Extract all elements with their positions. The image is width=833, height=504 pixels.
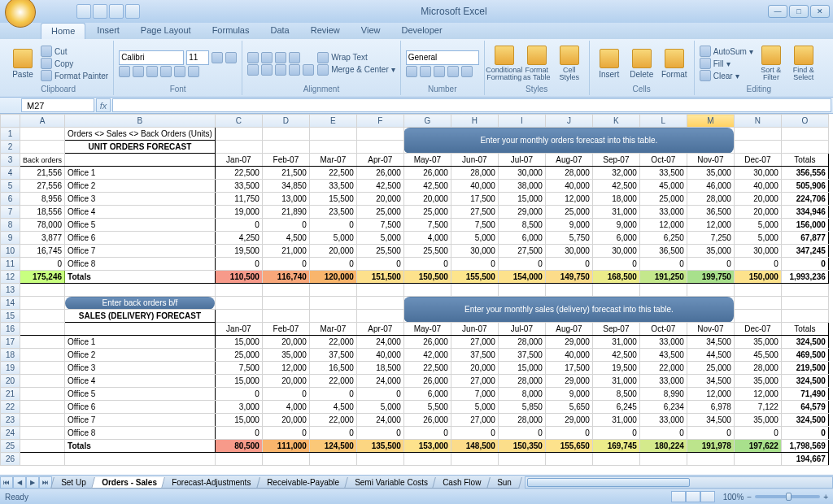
font-family-combo[interactable] xyxy=(119,50,184,65)
format-cells-button[interactable]: Format xyxy=(660,43,689,84)
cell[interactable]: 324,500 xyxy=(781,336,828,349)
cell[interactable]: 153,000 xyxy=(403,440,451,453)
cell[interactable]: Totals xyxy=(65,271,216,284)
cell[interactable]: 116,740 xyxy=(262,271,309,284)
cell[interactable]: 4,500 xyxy=(262,232,309,245)
cell[interactable]: Back orders xyxy=(20,154,65,167)
cell[interactable]: 0 xyxy=(262,219,309,232)
cell[interactable]: 156,000 xyxy=(781,219,828,232)
cell[interactable]: 12,000 xyxy=(262,362,309,375)
cell[interactable] xyxy=(65,323,216,336)
cell[interactable] xyxy=(545,453,592,466)
cell[interactable]: 30,000 xyxy=(592,245,639,258)
cell[interactable]: 0 xyxy=(545,427,592,440)
cell[interactable] xyxy=(734,297,781,310)
cell[interactable]: Dec-07 xyxy=(734,154,781,167)
cell[interactable]: 26,000 xyxy=(403,336,451,349)
cell[interactable]: 40,000 xyxy=(545,349,592,362)
row-header[interactable]: 21 xyxy=(1,388,20,401)
cell[interactable] xyxy=(20,362,65,375)
cell[interactable] xyxy=(20,141,65,154)
cell[interactable] xyxy=(781,297,828,310)
cell[interactable]: 180,224 xyxy=(639,440,687,453)
align-bottom-icon[interactable] xyxy=(275,52,286,63)
cell[interactable]: 31,000 xyxy=(592,375,639,388)
qat-dropdown-icon[interactable] xyxy=(125,4,140,19)
column-header[interactable]: B xyxy=(65,115,216,128)
cell[interactable]: 33,500 xyxy=(639,167,687,180)
clear-button[interactable]: Clear ▾ xyxy=(700,70,753,81)
italic-icon[interactable] xyxy=(133,66,144,77)
cell[interactable] xyxy=(215,284,262,297)
cell[interactable]: Jul-07 xyxy=(498,154,545,167)
sheet-tab[interactable]: Cash Flow xyxy=(433,477,492,489)
cell[interactable] xyxy=(20,440,65,453)
cell[interactable]: 0 xyxy=(734,427,781,440)
wrap-text-button[interactable]: Wrap Text xyxy=(317,52,395,63)
cell[interactable]: 80,500 xyxy=(215,440,262,453)
row-header[interactable]: 23 xyxy=(1,414,20,427)
cell[interactable]: 42,500 xyxy=(592,349,639,362)
cell[interactable]: 44,500 xyxy=(687,349,734,362)
cell[interactable]: 31,000 xyxy=(592,414,639,427)
cell[interactable]: 28,000 xyxy=(687,193,734,206)
cell[interactable] xyxy=(639,453,687,466)
cell[interactable]: 175,246 xyxy=(20,271,65,284)
close-button[interactable]: ✕ xyxy=(810,5,830,18)
cell[interactable]: SALES (DELIVERY) FORECAST xyxy=(65,310,216,323)
column-header[interactable]: L xyxy=(639,115,687,128)
cell[interactable]: 0 xyxy=(734,258,781,271)
cell[interactable]: 28,000 xyxy=(498,336,545,349)
cell[interactable]: 35,000 xyxy=(734,414,781,427)
cell[interactable]: UNIT ORDERS FORECAST xyxy=(65,141,216,154)
cell[interactable]: 5,000 xyxy=(356,232,403,245)
cell[interactable]: 20,000 xyxy=(262,336,309,349)
comma-icon[interactable] xyxy=(434,66,445,77)
cell[interactable] xyxy=(262,297,309,310)
name-box[interactable] xyxy=(21,98,94,112)
cell[interactable]: 22,500 xyxy=(309,167,356,180)
cell[interactable]: 0 xyxy=(639,427,687,440)
cell[interactable]: 9,000 xyxy=(592,219,639,232)
format-painter-button[interactable]: Format Painter xyxy=(41,70,108,81)
cell[interactable]: 5,750 xyxy=(545,232,592,245)
cell[interactable]: Jan-07 xyxy=(215,154,262,167)
cell[interactable] xyxy=(65,284,216,297)
cell[interactable]: 8,000 xyxy=(498,388,545,401)
sheet-tab[interactable]: Set Up xyxy=(50,477,96,489)
sheet-tab[interactable]: Forecast-Adjustments xyxy=(162,477,262,489)
cell-styles-button[interactable]: Cell Styles xyxy=(555,43,584,84)
cell[interactable]: 30,000 xyxy=(545,245,592,258)
cell[interactable]: 6,234 xyxy=(639,401,687,414)
sheet-tab[interactable]: Receivable-Payable xyxy=(256,477,350,489)
cell[interactable]: Orders <> Sales <> Back Orders (Units) xyxy=(65,128,216,141)
column-header[interactable]: F xyxy=(356,115,403,128)
cell[interactable]: 5,000 xyxy=(734,232,781,245)
cell[interactable]: 7,000 xyxy=(451,388,498,401)
cell[interactable]: 34,500 xyxy=(687,414,734,427)
cell[interactable]: 17,500 xyxy=(545,362,592,375)
cell[interactable]: 16,500 xyxy=(309,362,356,375)
cell[interactable]: 33,000 xyxy=(639,336,687,349)
cell[interactable]: 7,500 xyxy=(451,219,498,232)
cell[interactable]: 505,906 xyxy=(781,180,828,193)
cell[interactable]: 22,500 xyxy=(403,362,451,375)
cell[interactable]: 7,500 xyxy=(403,219,451,232)
cell[interactable]: 27,500 xyxy=(451,206,498,219)
cell[interactable] xyxy=(592,453,639,466)
cell[interactable]: 42,000 xyxy=(403,349,451,362)
cell[interactable]: 124,500 xyxy=(309,440,356,453)
cell[interactable]: 347,245 xyxy=(781,245,828,258)
cell[interactable]: 25,000 xyxy=(545,206,592,219)
cell[interactable]: 16,745 xyxy=(20,245,65,258)
cell[interactable]: 7,500 xyxy=(215,362,262,375)
cell[interactable]: 78,000 xyxy=(20,219,65,232)
cell[interactable] xyxy=(20,128,65,141)
ribbon-tab-home[interactable]: Home xyxy=(41,23,85,39)
cell[interactable]: 0 xyxy=(215,388,262,401)
indent-inc-icon[interactable] xyxy=(303,64,314,76)
cell[interactable]: 29,000 xyxy=(498,206,545,219)
column-header[interactable]: K xyxy=(592,115,639,128)
cell[interactable] xyxy=(356,310,403,323)
cell[interactable]: 0 xyxy=(498,258,545,271)
